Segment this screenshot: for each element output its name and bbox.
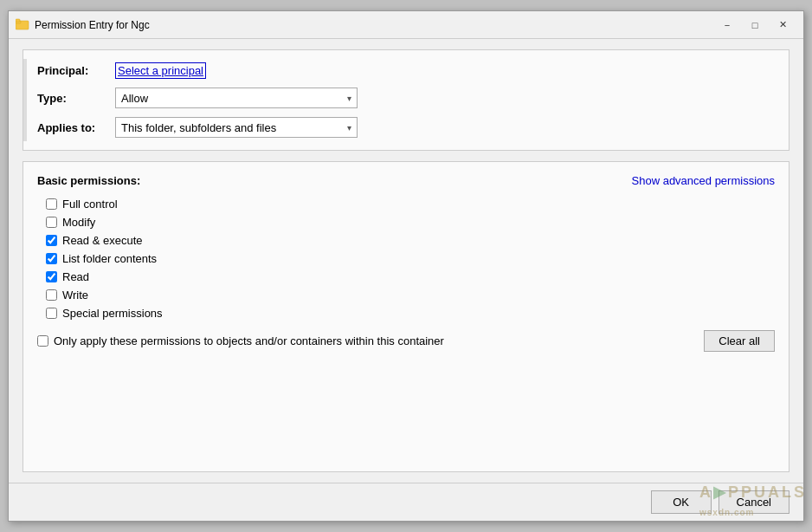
cancel-button[interactable]: Cancel xyxy=(719,490,789,514)
only-apply-checkbox[interactable] xyxy=(37,335,48,347)
checkbox-item-read: Read xyxy=(46,270,775,283)
permissions-section: Basic permissions: Show advanced permiss… xyxy=(23,161,789,472)
read-execute-checkbox[interactable] xyxy=(46,235,57,246)
type-value: Allow xyxy=(121,92,148,105)
permissions-checkbox-list: Full control Modify Read & execute List … xyxy=(46,198,775,320)
read-execute-label[interactable]: Read & execute xyxy=(62,234,143,247)
maximize-button[interactable]: □ xyxy=(741,15,769,36)
window-footer: OK Cancel xyxy=(9,483,803,521)
write-checkbox[interactable] xyxy=(46,289,57,301)
only-apply-row: Only apply these permissions to objects … xyxy=(37,334,444,347)
read-label[interactable]: Read xyxy=(62,270,89,283)
principal-label: Principal: xyxy=(37,64,115,77)
type-row: Type: Allow ▾ xyxy=(37,88,775,108)
folder-icon xyxy=(16,18,29,32)
window-content: Principal: Select a principal Type: Allo… xyxy=(9,39,803,483)
show-advanced-link[interactable]: Show advanced permissions xyxy=(632,174,775,187)
svg-rect-2 xyxy=(16,19,20,22)
special-permissions-label[interactable]: Special permissions xyxy=(62,307,163,320)
principal-row: Principal: Select a principal xyxy=(37,62,775,79)
type-dropdown[interactable]: Allow ▾ xyxy=(115,88,358,108)
applies-to-label: Applies to: xyxy=(37,121,115,134)
ok-button[interactable]: OK xyxy=(651,490,712,514)
close-button[interactable]: ✕ xyxy=(769,15,796,36)
type-label: Type: xyxy=(37,92,115,105)
checkbox-item-modify: Modify xyxy=(46,216,775,229)
select-principal-link[interactable]: Select a principal xyxy=(115,62,206,79)
dialog-window: Permission Entry for Ngc − □ ✕ Principal… xyxy=(8,10,804,522)
special-permissions-checkbox[interactable] xyxy=(46,308,57,319)
read-checkbox[interactable] xyxy=(46,271,57,282)
full-control-checkbox[interactable] xyxy=(46,198,57,210)
type-dropdown-arrow: ▾ xyxy=(347,94,351,103)
title-bar: Permission Entry for Ngc − □ ✕ xyxy=(9,11,803,39)
checkbox-item-list-folder: List folder contents xyxy=(46,252,775,265)
bottom-row: Only apply these permissions to objects … xyxy=(37,330,775,352)
write-label[interactable]: Write xyxy=(62,289,88,302)
modify-label[interactable]: Modify xyxy=(62,216,95,229)
checkbox-item-read-execute: Read & execute xyxy=(46,234,775,247)
window-controls: − □ ✕ xyxy=(713,15,796,36)
applies-to-row: Applies to: This folder, subfolders and … xyxy=(37,117,775,138)
clear-all-button[interactable]: Clear all xyxy=(704,330,775,352)
list-folder-checkbox[interactable] xyxy=(46,253,57,264)
checkbox-item-write: Write xyxy=(46,289,775,302)
window-title: Permission Entry for Ngc xyxy=(35,19,713,31)
basic-permissions-title: Basic permissions: xyxy=(37,174,140,187)
applies-to-dropdown[interactable]: This folder, subfolders and files ▾ xyxy=(115,117,358,138)
list-folder-label[interactable]: List folder contents xyxy=(62,252,157,265)
permissions-header: Basic permissions: Show advanced permiss… xyxy=(37,174,775,187)
minimize-button[interactable]: − xyxy=(713,15,741,36)
modify-checkbox[interactable] xyxy=(46,217,57,228)
principal-section: Principal: Select a principal Type: Allo… xyxy=(23,49,789,151)
checkbox-item-full-control: Full control xyxy=(46,198,775,211)
checkbox-item-special: Special permissions xyxy=(46,307,775,320)
applies-to-value: This folder, subfolders and files xyxy=(121,121,276,134)
applies-to-dropdown-arrow: ▾ xyxy=(347,123,351,133)
full-control-label[interactable]: Full control xyxy=(62,198,118,211)
only-apply-label[interactable]: Only apply these permissions to objects … xyxy=(54,334,444,347)
